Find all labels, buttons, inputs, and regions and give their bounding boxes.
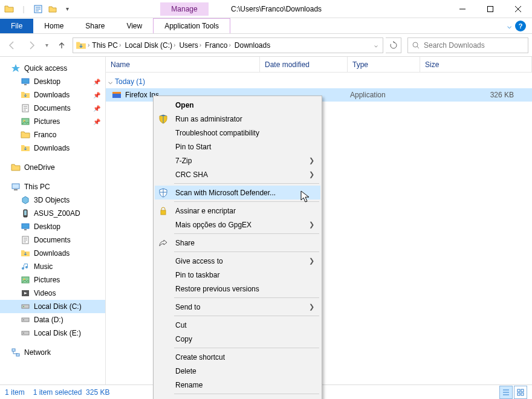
forward-button[interactable] xyxy=(23,37,40,54)
address-dropdown-icon[interactable]: ⌵ xyxy=(374,42,380,48)
up-button[interactable] xyxy=(53,37,70,54)
computer-icon xyxy=(11,182,21,192)
col-name[interactable]: Name xyxy=(106,57,260,72)
close-button[interactable] xyxy=(504,0,532,18)
manage-context-label: Manage xyxy=(160,2,208,16)
menu-mais-op-es-do-gpgex[interactable]: Mais opções do GpgEX❯ xyxy=(155,218,320,232)
view-details-button[interactable] xyxy=(499,386,513,399)
sidebar-item-downloads[interactable]: Downloads📌 xyxy=(0,88,105,102)
sidebar-item-desktop[interactable]: Desktop xyxy=(0,220,105,233)
sidebar-item-local-disk-e-[interactable]: Local Disk (E:) xyxy=(0,326,105,340)
menu-scan-with-microsoft-defender-[interactable]: Scan with Microsoft Defender... xyxy=(155,186,320,199)
menu-open[interactable]: Open xyxy=(155,98,320,112)
new-folder-icon[interactable] xyxy=(46,2,59,16)
svg-rect-12 xyxy=(22,224,29,229)
maximize-button[interactable] xyxy=(476,0,504,18)
drive-icon xyxy=(21,315,30,325)
menu-pin-to-start[interactable]: Pin to Start xyxy=(155,140,320,154)
crumb-this-pc[interactable]: This PC› xyxy=(91,41,122,50)
svg-point-2 xyxy=(413,42,418,47)
crumb-franco[interactable]: Franco› xyxy=(204,41,232,50)
search-input[interactable]: Search Downloads xyxy=(407,37,528,53)
minimize-button[interactable] xyxy=(449,0,476,18)
menu-create-shortcut[interactable]: Create shortcut xyxy=(155,350,320,364)
menu-7-zip[interactable]: 7-Zip❯ xyxy=(155,154,320,167)
menu-rename[interactable]: Rename xyxy=(155,378,320,392)
sidebar-item-local-disk-c-[interactable]: Local Disk (C:) xyxy=(0,300,105,313)
submenu-arrow-icon: ❯ xyxy=(309,170,314,178)
sidebar-quick-access[interactable]: Quick access xyxy=(0,62,105,75)
drive-icon xyxy=(21,328,30,338)
menu-pin-to-taskbar[interactable]: Pin to taskbar xyxy=(155,268,320,282)
tab-view[interactable]: View xyxy=(115,19,153,33)
group-today[interactable]: ⌵ Today (1) xyxy=(106,73,532,88)
svg-rect-20 xyxy=(22,318,29,322)
refresh-button[interactable] xyxy=(386,37,401,53)
sidebar-onedrive[interactable]: OneDrive xyxy=(0,161,105,174)
menu-restore-previous-versions[interactable]: Restore previous versions xyxy=(155,282,320,296)
svg-rect-3 xyxy=(22,79,29,83)
menu-run-as-administrator[interactable]: Run as administrator xyxy=(155,112,320,126)
menu-separator xyxy=(174,348,319,348)
tab-home[interactable]: Home xyxy=(33,19,74,33)
menu-delete[interactable]: Delete xyxy=(155,364,320,378)
window-controls xyxy=(449,0,532,18)
sidebar-item-downloads[interactable]: Downloads xyxy=(0,247,105,260)
crumb-downloads[interactable]: Downloads xyxy=(233,41,271,50)
pin-icon: 📌 xyxy=(93,79,100,85)
menu-properties[interactable]: Properties xyxy=(155,396,320,399)
tab-application-tools[interactable]: Application Tools xyxy=(153,18,230,33)
view-large-icons-button[interactable] xyxy=(514,386,527,399)
sidebar-item-franco[interactable]: Franco xyxy=(0,128,105,141)
crumb-users[interactable]: Users› xyxy=(178,41,203,50)
folder-icon[interactable] xyxy=(2,2,16,16)
nav-bar: ▾ › This PC› Local Disk (C:)› Users› Fra… xyxy=(0,34,532,57)
svg-rect-22 xyxy=(22,331,29,335)
ribbon-collapse-icon[interactable]: ⌵ xyxy=(507,22,511,30)
menu-assinar-e-encriptar[interactable]: Assinar e encriptar xyxy=(155,204,320,218)
sidebar-item-asus-z00ad[interactable]: ASUS_Z00AD xyxy=(0,207,105,220)
back-button[interactable] xyxy=(4,37,21,54)
sidebar-item-pictures[interactable]: Pictures📌 xyxy=(0,115,105,128)
chevron-right-icon[interactable]: › xyxy=(88,42,89,48)
crumb-local-disk-c[interactable]: Local Disk (C:)› xyxy=(123,41,177,50)
sidebar-item-downloads[interactable]: Downloads xyxy=(0,141,105,155)
sidebar-item-desktop[interactable]: Desktop📌 xyxy=(0,75,105,88)
search-placeholder: Search Downloads xyxy=(424,41,485,50)
menu-copy[interactable]: Copy xyxy=(155,332,320,346)
sidebar-item-documents[interactable]: Documents📌 xyxy=(0,102,105,115)
sidebar-network[interactable]: Network xyxy=(0,346,105,359)
menu-troubleshoot-compatibility[interactable]: Troubleshoot compatibility xyxy=(155,126,320,140)
address-bar[interactable]: › This PC› Local Disk (C:)› Users› Franc… xyxy=(73,37,383,53)
col-date[interactable]: Date modified xyxy=(260,57,348,72)
status-item-count: 1 item xyxy=(5,388,25,397)
tab-share[interactable]: Share xyxy=(74,19,115,33)
col-type[interactable]: Type xyxy=(348,57,420,72)
sidebar-item-3d-objects[interactable]: 3D Objects xyxy=(0,193,105,207)
sidebar-this-pc[interactable]: This PC xyxy=(0,180,105,193)
pin-icon: 📌 xyxy=(93,105,100,112)
tab-file[interactable]: File xyxy=(0,19,33,33)
sidebar-item-videos[interactable]: Videos xyxy=(0,287,105,300)
menu-send-to[interactable]: Send to❯ xyxy=(155,300,320,314)
folder-icon xyxy=(11,163,21,172)
svg-rect-9 xyxy=(14,189,18,190)
qat-dropdown-icon[interactable]: ▾ xyxy=(60,2,74,16)
sidebar-item-documents[interactable]: Documents xyxy=(0,233,105,247)
help-icon[interactable]: ? xyxy=(515,21,526,31)
sidebar-item-data-d-[interactable]: Data (D:) xyxy=(0,313,105,326)
submenu-arrow-icon: ❯ xyxy=(309,303,314,311)
col-size[interactable]: Size xyxy=(420,57,532,72)
defender-icon xyxy=(158,188,168,198)
pin-icon: 📌 xyxy=(93,92,100,99)
menu-cut[interactable]: Cut xyxy=(155,318,320,332)
menu-crc-sha[interactable]: CRC SHA❯ xyxy=(155,167,320,181)
sidebar-item-music[interactable]: Music xyxy=(0,260,105,273)
column-headers: Name Date modified Type Size xyxy=(106,57,532,73)
sidebar-item-pictures[interactable]: Pictures xyxy=(0,273,105,287)
menu-share[interactable]: Share xyxy=(155,236,320,250)
history-dropdown-icon[interactable]: ▾ xyxy=(42,37,51,54)
svg-rect-4 xyxy=(24,84,27,85)
properties-icon[interactable] xyxy=(31,2,45,16)
menu-give-access-to[interactable]: Give access to❯ xyxy=(155,254,320,268)
